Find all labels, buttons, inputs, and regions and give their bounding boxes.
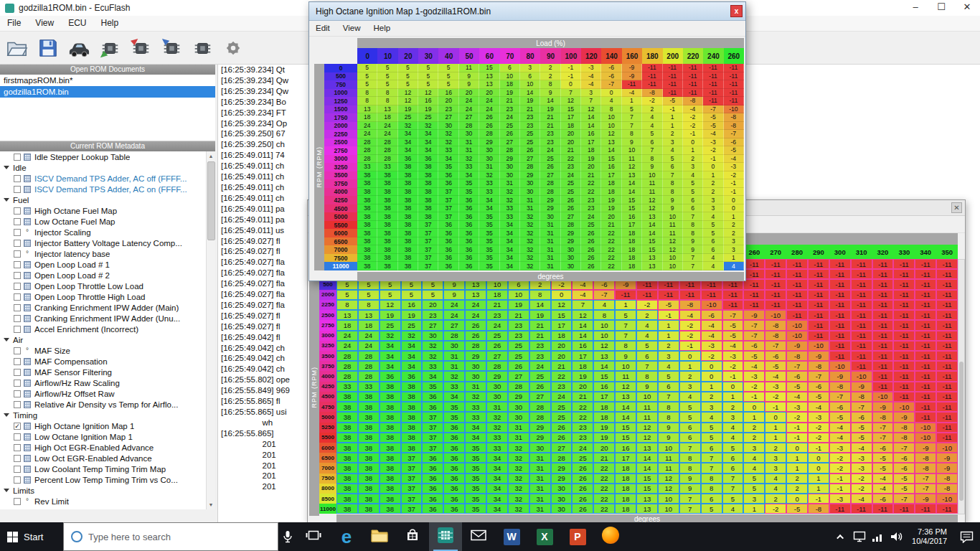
map-cell[interactable]: 36 bbox=[459, 212, 479, 221]
map-cell[interactable]: -11 bbox=[808, 320, 829, 330]
map-cell[interactable]: 36 bbox=[438, 254, 458, 263]
map-cell[interactable]: -2 bbox=[851, 474, 872, 484]
map-cell[interactable]: 26 bbox=[551, 423, 573, 433]
map-cell[interactable]: 13 bbox=[358, 310, 380, 320]
map-cell[interactable]: 21 bbox=[529, 320, 551, 330]
map-cell[interactable]: 8 bbox=[357, 97, 377, 105]
map-cell[interactable]: 17 bbox=[622, 221, 642, 230]
map-cell[interactable]: 5 bbox=[679, 412, 701, 422]
map-cell[interactable]: 13 bbox=[601, 138, 621, 147]
map-cell[interactable]: 37 bbox=[438, 196, 458, 204]
map-cell[interactable]: -10 bbox=[786, 331, 808, 341]
map-cell[interactable]: -10 bbox=[893, 402, 915, 412]
map-cell[interactable]: 0 bbox=[808, 453, 829, 463]
map-cell[interactable]: -8 bbox=[683, 97, 703, 105]
map-cell[interactable]: 5 bbox=[743, 484, 765, 494]
map-cell[interactable]: 30 bbox=[520, 188, 540, 197]
map-cell[interactable]: 18 bbox=[581, 146, 601, 155]
map-cell[interactable]: -1 bbox=[703, 155, 723, 164]
map-cell[interactable]: -4 bbox=[679, 310, 701, 320]
map-cell[interactable]: -1 bbox=[743, 392, 765, 402]
map-cell[interactable]: 34 bbox=[500, 229, 520, 237]
map-cell[interactable]: -4 bbox=[683, 105, 703, 114]
map-cell[interactable]: 18 bbox=[622, 237, 642, 246]
load-column-header[interactable]: 290 bbox=[808, 245, 829, 259]
map-cell[interactable]: -6 bbox=[701, 310, 722, 320]
map-cell[interactable]: 38 bbox=[418, 171, 438, 180]
map-cell[interactable]: 34 bbox=[500, 245, 520, 254]
map-cell[interactable]: 4 bbox=[765, 484, 786, 494]
map-cell[interactable]: 27 bbox=[459, 113, 479, 122]
map-cell[interactable]: 34 bbox=[479, 196, 499, 204]
map-cell[interactable]: 4 bbox=[722, 423, 744, 433]
visibility-checkbox[interactable] bbox=[14, 347, 21, 354]
map-cell[interactable]: 2 bbox=[724, 229, 744, 237]
map-cell[interactable]: 0 bbox=[786, 443, 808, 453]
map-cell[interactable]: 35 bbox=[479, 221, 499, 230]
map-cell[interactable]: 38 bbox=[336, 423, 358, 433]
map-cell[interactable]: 5 bbox=[358, 290, 380, 300]
map-cell[interactable]: 37 bbox=[401, 484, 423, 494]
map-cell[interactable]: 28 bbox=[357, 155, 377, 164]
maximize-button[interactable]: ☐ bbox=[928, 0, 954, 16]
rpm-row-header[interactable]: 4000 bbox=[319, 371, 336, 381]
map-cell[interactable]: 21 bbox=[540, 122, 560, 131]
map-cell[interactable]: 5 bbox=[642, 130, 662, 138]
map-cell[interactable]: 28 bbox=[336, 351, 358, 361]
rpm-row-header[interactable]: 8500 bbox=[319, 494, 336, 504]
map-cell[interactable]: 21 bbox=[500, 97, 520, 105]
map-cell[interactable]: 15 bbox=[479, 64, 499, 72]
collapse-arrow-icon[interactable] bbox=[4, 198, 9, 202]
map-cell[interactable]: 30 bbox=[422, 331, 443, 341]
map-cell[interactable]: 13 bbox=[479, 72, 499, 81]
map-cell[interactable]: -10 bbox=[808, 341, 829, 351]
map-cell[interactable]: 25 bbox=[508, 351, 529, 361]
map-cell[interactable]: 24 bbox=[540, 146, 560, 155]
load-column-header[interactable]: 70 bbox=[500, 48, 520, 64]
tree-item[interactable]: Low Coolant Temp Timing Trim Map bbox=[0, 463, 215, 474]
map-cell[interactable]: -5 bbox=[663, 97, 683, 105]
close-icon[interactable]: x bbox=[730, 5, 743, 17]
map-cell[interactable]: 34 bbox=[380, 341, 401, 351]
map-vertical-scrollbar[interactable] bbox=[958, 259, 965, 514]
map-cell[interactable]: 38 bbox=[380, 382, 401, 392]
map-cell[interactable]: 26 bbox=[572, 494, 593, 504]
map-cell[interactable]: -9 bbox=[622, 72, 642, 81]
map-cell[interactable]: -3 bbox=[724, 163, 744, 171]
map-cell[interactable]: 4 bbox=[743, 463, 765, 473]
map-cell[interactable]: -11 bbox=[743, 300, 765, 310]
map-cell[interactable]: 38 bbox=[380, 453, 401, 463]
map-cell[interactable]: -11 bbox=[622, 80, 642, 89]
map-cell[interactable]: 27 bbox=[486, 351, 508, 361]
map-cell[interactable]: 22 bbox=[561, 155, 581, 164]
map-cell[interactable]: 29 bbox=[551, 474, 573, 484]
map-cell[interactable]: -11 bbox=[872, 382, 894, 392]
map-cell[interactable]: 38 bbox=[336, 412, 358, 422]
map-cell[interactable]: 27 bbox=[561, 212, 581, 221]
map-cell[interactable]: 4 bbox=[663, 146, 683, 155]
taskbar-search-input[interactable]: Type here to search bbox=[63, 522, 278, 551]
rpm-row-header[interactable]: 1500 bbox=[324, 105, 357, 114]
map-cell[interactable]: -11 bbox=[872, 351, 894, 361]
map-cell[interactable]: 19 bbox=[601, 196, 621, 204]
map-cell[interactable]: 7 bbox=[581, 97, 601, 105]
map-cell[interactable]: 12 bbox=[663, 245, 683, 254]
map-cell[interactable]: -11 bbox=[872, 341, 894, 351]
map-cell[interactable]: 38 bbox=[358, 433, 380, 443]
map-cell[interactable]: 38 bbox=[336, 474, 358, 484]
map-cell[interactable]: -9 bbox=[893, 412, 915, 422]
map-cell[interactable]: -11 bbox=[893, 320, 915, 330]
rom-document-item[interactable]: godzilla1ROM.bin bbox=[0, 86, 215, 98]
map-cell[interactable]: 32 bbox=[500, 196, 520, 204]
tree-item[interactable]: Airflow/Hz Raw Scaling bbox=[0, 377, 215, 388]
map-cell[interactable]: 2 bbox=[765, 443, 786, 453]
map-cell[interactable]: 28 bbox=[529, 402, 551, 412]
visibility-checkbox[interactable]: ✓ bbox=[14, 423, 21, 430]
map-cell[interactable]: -6 bbox=[851, 412, 872, 422]
map-cell[interactable]: 14 bbox=[642, 229, 662, 237]
map-cell[interactable]: -5 bbox=[724, 146, 744, 155]
map-cell[interactable]: 23 bbox=[572, 423, 593, 433]
map-cell[interactable]: 33 bbox=[422, 361, 443, 371]
map-cell[interactable]: 4 bbox=[765, 474, 786, 484]
map-cell[interactable]: -9 bbox=[743, 310, 765, 320]
